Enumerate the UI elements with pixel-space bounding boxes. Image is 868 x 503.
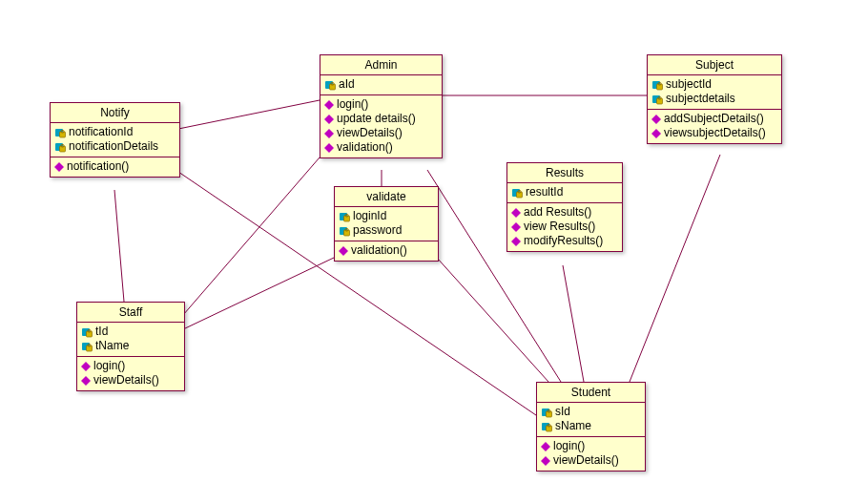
class-subject[interactable]: Subject subjectId subjectdetails addSubj… [647,54,782,144]
class-title: validate [335,187,438,207]
attribute-icon [339,225,350,237]
svg-marker-25 [651,129,661,138]
attribute-row: resultId [511,185,618,199]
svg-marker-32 [54,162,64,172]
operations: addSubjectDetails() viewsubjectDetails() [648,110,781,143]
operations: notification() [51,157,179,177]
operation-icon [511,222,521,232]
svg-marker-37 [511,222,521,232]
operation-row: viewDetails() [324,126,438,140]
operations: login() update details() viewDetails() v… [320,95,442,157]
class-student[interactable]: Student sId sName login() viewDetails() [536,382,646,472]
operations: validation() [335,241,438,261]
attribute-row: tName [81,339,180,353]
svg-marker-15 [324,115,334,124]
operation-row: viewsubjectDetails() [651,126,777,140]
operation-icon [81,362,91,371]
operation-row: notification() [54,159,176,174]
operation-icon [324,115,334,124]
attributes: notificationId notificationDetails [51,123,179,157]
attributes: aId [320,75,442,95]
operation-row: view Results() [511,220,618,234]
operation-row: addSubjectDetails() [651,112,777,126]
operation-icon [541,442,550,451]
svg-marker-14 [324,100,334,110]
operation-icon [651,129,661,138]
attribute-row: subjectId [651,77,777,92]
operation-row: login() [81,359,180,373]
class-notify[interactable]: Notify notificationId notificationDetail… [50,102,180,178]
operation-icon [81,376,91,386]
svg-marker-53 [81,376,91,386]
svg-marker-16 [324,129,334,138]
attribute-icon [511,187,523,199]
operation-icon [324,143,334,153]
class-validate[interactable]: validate loginId password validation() [334,186,439,262]
svg-marker-45 [339,246,348,256]
attribute-row: sId [541,405,641,419]
attribute-icon [339,211,350,222]
attribute-row: tId [81,325,180,339]
operation-row: validation() [324,140,438,155]
operation-icon [651,115,661,124]
attribute-icon [541,421,552,432]
svg-marker-38 [511,237,521,246]
attribute-row: notificationId [54,125,176,139]
attribute-icon [541,407,552,418]
svg-marker-36 [511,208,521,218]
operations: add Results() view Results() modifyResul… [507,203,622,251]
operation-icon [541,456,550,466]
class-title: Results [507,163,622,183]
attribute-icon [651,94,663,105]
operation-row: viewDetails() [81,373,180,388]
svg-line-5 [183,157,320,315]
class-title: Subject [648,55,781,75]
operation-icon [511,237,521,246]
operation-icon [511,208,521,218]
attributes: tId tName [77,323,184,357]
svg-marker-17 [324,143,334,153]
attribute-icon [651,79,663,91]
attribute-row: aId [324,77,438,92]
class-admin[interactable]: Admin aId login() update details() viewD… [320,54,443,158]
operations: login() viewDetails() [537,437,645,471]
operation-icon [54,162,64,172]
svg-marker-52 [81,362,91,371]
svg-line-1 [114,190,124,302]
svg-line-0 [178,100,320,129]
svg-marker-61 [541,456,550,466]
attribute-row: sName [541,419,641,433]
svg-line-8 [563,265,584,382]
attributes: subjectId subjectdetails [648,75,781,110]
operation-row: validation() [339,243,434,258]
class-results[interactable]: Results resultId add Results() view Resu… [506,162,623,252]
svg-line-10 [183,258,334,329]
svg-marker-24 [651,115,661,124]
operation-row: login() [324,97,438,112]
operation-icon [339,246,348,256]
attributes: resultId [507,183,622,203]
operations: login() viewDetails() [77,357,184,390]
class-title: Admin [320,55,442,75]
svg-line-7 [630,155,720,382]
operation-row: viewDetails() [541,453,641,468]
attributes: sId sName [537,403,645,437]
attribute-icon [81,326,93,338]
class-staff[interactable]: Staff tId tName login() viewDetails() [76,302,185,391]
operation-row: login() [541,439,641,453]
attribute-icon [54,127,66,138]
class-title: Notify [51,103,179,123]
operation-row: add Results() [511,205,618,220]
attribute-row: password [339,223,434,238]
attribute-icon [81,341,93,352]
attribute-icon [54,141,66,153]
attribute-row: subjectdetails [651,92,777,106]
operation-icon [324,129,334,138]
svg-line-9 [437,258,548,382]
class-title: Student [537,383,645,403]
operation-row: modifyResults() [511,234,618,248]
attribute-row: loginId [339,209,434,223]
attribute-icon [324,79,336,91]
attributes: loginId password [335,207,438,241]
operation-row: update details() [324,112,438,126]
